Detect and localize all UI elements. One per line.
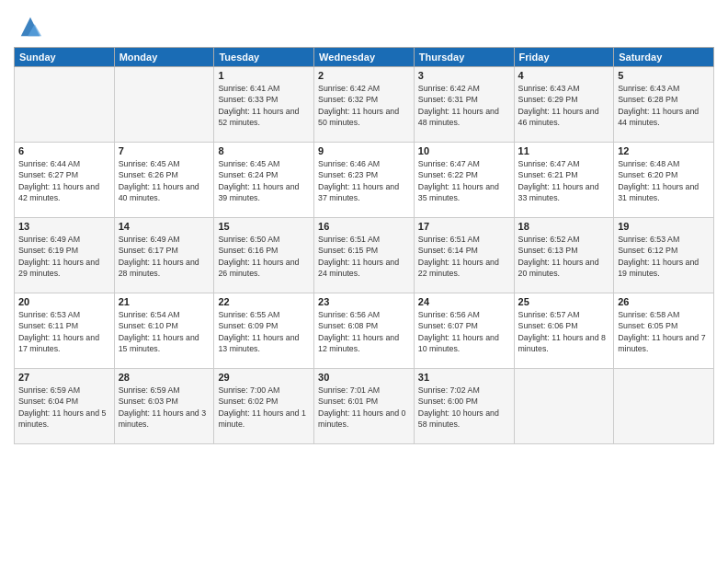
calendar-cell bbox=[514, 369, 614, 444]
day-info: Sunrise: 6:53 AMSunset: 6:12 PMDaylight:… bbox=[618, 234, 710, 279]
calendar-cell: 4Sunrise: 6:43 AMSunset: 6:29 PMDaylight… bbox=[514, 67, 614, 143]
day-info: Sunrise: 6:53 AMSunset: 6:11 PMDaylight:… bbox=[18, 309, 110, 354]
day-info: Sunrise: 6:41 AMSunset: 6:33 PMDaylight:… bbox=[218, 83, 310, 128]
day-number: 7 bbox=[119, 145, 210, 156]
weekday-thursday: Thursday bbox=[414, 48, 514, 67]
day-number: 26 bbox=[618, 296, 710, 307]
calendar-cell: 2Sunrise: 6:42 AMSunset: 6:32 PMDaylight… bbox=[314, 67, 415, 143]
calendar-cell: 10Sunrise: 6:47 AMSunset: 6:22 PMDayligh… bbox=[414, 143, 514, 218]
day-info: Sunrise: 6:45 AMSunset: 6:26 PMDaylight:… bbox=[119, 158, 210, 203]
day-number: 12 bbox=[618, 145, 710, 156]
calendar-cell: 9Sunrise: 6:46 AMSunset: 6:23 PMDaylight… bbox=[314, 143, 415, 218]
day-number: 9 bbox=[318, 145, 410, 156]
calendar-cell: 20Sunrise: 6:53 AMSunset: 6:11 PMDayligh… bbox=[15, 293, 115, 369]
day-info: Sunrise: 7:02 AMSunset: 6:00 PMDaylight:… bbox=[418, 385, 510, 430]
day-number: 16 bbox=[318, 221, 410, 232]
calendar-cell: 12Sunrise: 6:48 AMSunset: 6:20 PMDayligh… bbox=[614, 143, 714, 218]
calendar-cell: 14Sunrise: 6:49 AMSunset: 6:17 PMDayligh… bbox=[114, 218, 214, 293]
day-number: 28 bbox=[119, 372, 210, 383]
calendar-cell: 8Sunrise: 6:45 AMSunset: 6:24 PMDaylight… bbox=[214, 143, 314, 218]
logo bbox=[14, 14, 43, 40]
calendar-cell: 21Sunrise: 6:54 AMSunset: 6:10 PMDayligh… bbox=[114, 293, 214, 369]
calendar-cell: 27Sunrise: 6:59 AMSunset: 6:04 PMDayligh… bbox=[15, 369, 115, 444]
day-number: 25 bbox=[518, 296, 610, 307]
calendar-cell: 19Sunrise: 6:53 AMSunset: 6:12 PMDayligh… bbox=[614, 218, 714, 293]
weekday-sunday: Sunday bbox=[15, 48, 115, 67]
day-number: 10 bbox=[418, 145, 510, 156]
day-number: 13 bbox=[18, 221, 110, 232]
day-info: Sunrise: 6:42 AMSunset: 6:31 PMDaylight:… bbox=[418, 83, 510, 128]
day-number: 6 bbox=[18, 145, 110, 156]
day-number: 2 bbox=[318, 70, 410, 81]
calendar-cell: 29Sunrise: 7:00 AMSunset: 6:02 PMDayligh… bbox=[214, 369, 314, 444]
calendar-cell bbox=[114, 67, 214, 143]
day-number: 21 bbox=[119, 296, 210, 307]
day-number: 8 bbox=[218, 145, 310, 156]
day-info: Sunrise: 6:50 AMSunset: 6:16 PMDaylight:… bbox=[218, 234, 310, 279]
weekday-friday: Friday bbox=[514, 48, 614, 67]
day-info: Sunrise: 6:54 AMSunset: 6:10 PMDaylight:… bbox=[119, 309, 210, 354]
day-info: Sunrise: 6:56 AMSunset: 6:08 PMDaylight:… bbox=[318, 309, 410, 354]
calendar-cell: 16Sunrise: 6:51 AMSunset: 6:15 PMDayligh… bbox=[314, 218, 415, 293]
logo-icon bbox=[17, 14, 43, 40]
calendar-cell: 26Sunrise: 6:58 AMSunset: 6:05 PMDayligh… bbox=[614, 293, 714, 369]
calendar-row-0: 1Sunrise: 6:41 AMSunset: 6:33 PMDaylight… bbox=[15, 67, 714, 143]
day-info: Sunrise: 6:51 AMSunset: 6:14 PMDaylight:… bbox=[418, 234, 510, 279]
day-number: 18 bbox=[518, 221, 610, 232]
weekday-tuesday: Tuesday bbox=[214, 48, 314, 67]
page: SundayMondayTuesdayWednesdayThursdayFrid… bbox=[0, 0, 728, 563]
calendar-cell: 31Sunrise: 7:02 AMSunset: 6:00 PMDayligh… bbox=[414, 369, 514, 444]
calendar-cell bbox=[15, 67, 115, 143]
day-number: 1 bbox=[218, 70, 310, 81]
day-info: Sunrise: 6:46 AMSunset: 6:23 PMDaylight:… bbox=[318, 158, 410, 203]
day-info: Sunrise: 6:59 AMSunset: 6:03 PMDaylight:… bbox=[119, 385, 210, 430]
day-info: Sunrise: 7:01 AMSunset: 6:01 PMDaylight:… bbox=[318, 385, 410, 430]
calendar-cell: 13Sunrise: 6:49 AMSunset: 6:19 PMDayligh… bbox=[15, 218, 115, 293]
calendar-row-4: 27Sunrise: 6:59 AMSunset: 6:04 PMDayligh… bbox=[15, 369, 714, 444]
day-number: 15 bbox=[218, 221, 310, 232]
day-info: Sunrise: 7:00 AMSunset: 6:02 PMDaylight:… bbox=[218, 385, 310, 430]
day-number: 14 bbox=[119, 221, 210, 232]
calendar-cell: 30Sunrise: 7:01 AMSunset: 6:01 PMDayligh… bbox=[314, 369, 415, 444]
day-number: 19 bbox=[618, 221, 710, 232]
day-number: 20 bbox=[18, 296, 110, 307]
day-info: Sunrise: 6:57 AMSunset: 6:06 PMDaylight:… bbox=[518, 309, 610, 354]
day-info: Sunrise: 6:49 AMSunset: 6:17 PMDaylight:… bbox=[119, 234, 210, 279]
calendar-cell: 24Sunrise: 6:56 AMSunset: 6:07 PMDayligh… bbox=[414, 293, 514, 369]
day-info: Sunrise: 6:43 AMSunset: 6:28 PMDaylight:… bbox=[618, 83, 710, 128]
day-number: 23 bbox=[318, 296, 410, 307]
day-info: Sunrise: 6:44 AMSunset: 6:27 PMDaylight:… bbox=[18, 158, 110, 203]
calendar-table: SundayMondayTuesdayWednesdayThursdayFrid… bbox=[14, 47, 714, 444]
day-info: Sunrise: 6:48 AMSunset: 6:20 PMDaylight:… bbox=[618, 158, 710, 203]
weekday-saturday: Saturday bbox=[614, 48, 714, 67]
calendar-cell: 25Sunrise: 6:57 AMSunset: 6:06 PMDayligh… bbox=[514, 293, 614, 369]
day-info: Sunrise: 6:49 AMSunset: 6:19 PMDaylight:… bbox=[18, 234, 110, 279]
day-info: Sunrise: 6:55 AMSunset: 6:09 PMDaylight:… bbox=[218, 309, 310, 354]
day-number: 4 bbox=[518, 70, 610, 81]
calendar-cell: 17Sunrise: 6:51 AMSunset: 6:14 PMDayligh… bbox=[414, 218, 514, 293]
day-info: Sunrise: 6:51 AMSunset: 6:15 PMDaylight:… bbox=[318, 234, 410, 279]
day-number: 27 bbox=[18, 372, 110, 383]
day-info: Sunrise: 6:42 AMSunset: 6:32 PMDaylight:… bbox=[318, 83, 410, 128]
calendar-cell: 3Sunrise: 6:42 AMSunset: 6:31 PMDaylight… bbox=[414, 67, 514, 143]
calendar-row-1: 6Sunrise: 6:44 AMSunset: 6:27 PMDaylight… bbox=[15, 143, 714, 218]
day-number: 3 bbox=[418, 70, 510, 81]
day-number: 22 bbox=[218, 296, 310, 307]
day-number: 17 bbox=[418, 221, 510, 232]
day-number: 29 bbox=[218, 372, 310, 383]
day-number: 5 bbox=[618, 70, 710, 81]
calendar-cell bbox=[614, 369, 714, 444]
calendar-row-2: 13Sunrise: 6:49 AMSunset: 6:19 PMDayligh… bbox=[15, 218, 714, 293]
calendar-cell: 22Sunrise: 6:55 AMSunset: 6:09 PMDayligh… bbox=[214, 293, 314, 369]
calendar-cell: 18Sunrise: 6:52 AMSunset: 6:13 PMDayligh… bbox=[514, 218, 614, 293]
weekday-header-row: SundayMondayTuesdayWednesdayThursdayFrid… bbox=[15, 48, 714, 67]
day-info: Sunrise: 6:43 AMSunset: 6:29 PMDaylight:… bbox=[518, 83, 610, 128]
calendar-cell: 15Sunrise: 6:50 AMSunset: 6:16 PMDayligh… bbox=[214, 218, 314, 293]
calendar-cell: 7Sunrise: 6:45 AMSunset: 6:26 PMDaylight… bbox=[114, 143, 214, 218]
calendar-row-3: 20Sunrise: 6:53 AMSunset: 6:11 PMDayligh… bbox=[15, 293, 714, 369]
calendar-cell: 5Sunrise: 6:43 AMSunset: 6:28 PMDaylight… bbox=[614, 67, 714, 143]
day-info: Sunrise: 6:52 AMSunset: 6:13 PMDaylight:… bbox=[518, 234, 610, 279]
day-number: 24 bbox=[418, 296, 510, 307]
calendar-cell: 23Sunrise: 6:56 AMSunset: 6:08 PMDayligh… bbox=[314, 293, 415, 369]
header bbox=[14, 9, 714, 40]
